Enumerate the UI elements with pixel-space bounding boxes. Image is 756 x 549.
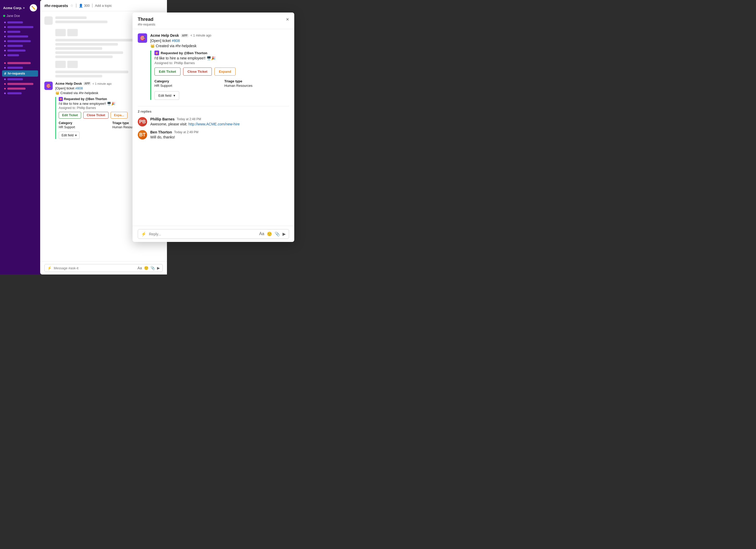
star-icon[interactable]: ☆ xyxy=(70,3,74,8)
thread-reply-input[interactable] xyxy=(149,232,256,236)
sidebar-item-bottom-1[interactable] xyxy=(2,61,38,65)
sidebar-workspace[interactable]: Acme Corp. ▾ xyxy=(3,6,25,10)
sidebar-item-4[interactable] xyxy=(2,34,38,39)
message-input[interactable] xyxy=(54,266,135,270)
thread-panel: Thread #hr-requests × 🎯 Acme Help Desk A… xyxy=(133,13,294,242)
send-icon[interactable]: ▶ xyxy=(157,266,160,270)
reply-2-text: Will do, thanks! xyxy=(150,135,199,139)
thread-expand-button[interactable]: Expand xyxy=(214,68,236,76)
thread-reply-wrapper: ⚡ Aa 🙂 📎 ▶ xyxy=(138,229,289,239)
thread-close-ticket-button[interactable]: Close Ticket xyxy=(183,68,212,76)
thread-category-section: Category HR Support xyxy=(154,79,219,88)
chevron-down-icon: ▾ xyxy=(173,94,175,98)
skeleton-line xyxy=(55,51,123,54)
thread-font-icon[interactable]: Aa xyxy=(259,232,264,237)
reply-1-link[interactable]: http://www.ACME.com/new-hire xyxy=(188,122,240,126)
thread-category-label: Category xyxy=(154,79,219,83)
sidebar-item-label xyxy=(7,83,33,85)
sidebar-item-bottom-3[interactable] xyxy=(2,77,38,81)
channel-hash-icon: # xyxy=(4,71,6,76)
thread-divider xyxy=(138,106,289,106)
edit-field-button[interactable]: Edit field ▾ xyxy=(59,132,80,139)
thread-emoji-icon[interactable]: 🙂 xyxy=(267,232,272,237)
sidebar-item-label xyxy=(7,88,26,90)
reply-avatar-ben: BT xyxy=(138,130,147,140)
sidebar-dot xyxy=(4,36,6,37)
thread-subtitle: #hr-requests xyxy=(138,23,155,26)
skeleton-btn xyxy=(55,29,66,36)
workspace-name: Acme Corp. xyxy=(3,6,22,10)
thread-quote-avatar: 🎯 xyxy=(154,51,159,55)
reply-2-body: Ben Thorton Today at 2:49 PM Will do, th… xyxy=(150,130,199,140)
sidebar-item-1[interactable] xyxy=(2,20,38,25)
user-name: Jane Doe xyxy=(7,14,20,18)
sidebar-item-5[interactable] xyxy=(2,39,38,43)
thread-send-icon[interactable]: ▶ xyxy=(283,232,286,237)
thread-attachment-icon[interactable]: 📎 xyxy=(275,232,280,237)
sidebar-item-bottom-5[interactable] xyxy=(2,87,38,91)
thread-message-time: < 1 minute ago xyxy=(190,34,211,37)
member-count[interactable]: 👤 300 xyxy=(79,4,90,8)
thread-category-value: HR Support xyxy=(154,84,219,88)
reply-1-text: Awesome, please visit: http://www.ACME.c… xyxy=(150,122,240,126)
sidebar-item-hr-requests[interactable]: # hr-requests xyxy=(2,70,38,77)
app-badge: APP xyxy=(83,82,91,85)
sidebar-item-bottom-4[interactable] xyxy=(2,82,38,86)
sidebar-item-2[interactable] xyxy=(2,25,38,29)
reply-1-body: Phillip Barnes Today at 2:48 PM Awesome,… xyxy=(150,117,240,127)
sidebar-item-bottom-6[interactable] xyxy=(2,91,38,95)
sidebar-dot xyxy=(4,83,6,85)
skeleton-btn xyxy=(67,61,78,68)
skeleton-line xyxy=(55,56,113,58)
skeleton-btn xyxy=(55,61,66,68)
thread-close-button[interactable]: × xyxy=(286,17,289,22)
thread-quote: 🎯 Requested by @Ben Thorton I'd like to … xyxy=(150,51,289,100)
skeleton-line xyxy=(55,21,107,23)
ticket-link[interactable]: #808 xyxy=(75,86,83,90)
sidebar-item-3[interactable] xyxy=(2,30,38,34)
sidebar-item-bottom-2[interactable] xyxy=(2,66,38,70)
thread-edit-ticket-button[interactable]: Edit Ticket xyxy=(154,68,181,76)
thread-assigned-to: Assigned to: Phillip Barnes xyxy=(154,61,289,65)
sidebar-item-6[interactable] xyxy=(2,44,38,48)
thread-quote-sender: 🎯 Requested by @Ben Thorton xyxy=(154,51,289,55)
thread-title-group: Thread #hr-requests xyxy=(138,17,155,26)
sidebar-header: Acme Corp. ▾ ✏️ xyxy=(0,3,40,14)
sidebar-item-8[interactable] xyxy=(2,53,38,57)
thread-open-ticket: [Open] ticket #808 xyxy=(150,38,289,44)
reply-2-time: Today at 2:49 PM xyxy=(174,130,198,134)
thread-fields-grid: Category HR Support Triage type Human Re… xyxy=(154,79,289,88)
skeleton-line xyxy=(55,75,102,77)
sidebar-dot xyxy=(4,55,6,56)
sidebar-item-label xyxy=(7,21,23,23)
sidebar-item-7[interactable] xyxy=(2,49,38,53)
channel-header: #hr-requests ☆ | 👤 300 | Add a topic xyxy=(40,0,167,11)
attachment-icon[interactable]: 📎 xyxy=(151,266,155,270)
skeleton-line xyxy=(55,43,118,46)
skeleton-line xyxy=(55,39,134,41)
category-section: Category HR Support xyxy=(59,121,109,129)
replies-label: 2 replies xyxy=(138,110,289,113)
emoji-icon[interactable]: 🙂 xyxy=(144,266,148,270)
sidebar-dot xyxy=(4,40,6,42)
edit-ticket-button[interactable]: Edit Ticket xyxy=(59,112,81,119)
skeleton-line xyxy=(55,71,128,73)
skeleton-line xyxy=(55,16,87,19)
thread-edit-field-button[interactable]: Edit field ▾ xyxy=(154,91,179,100)
message-avatar: 🎯 xyxy=(44,82,53,90)
close-ticket-button[interactable]: Close Ticket xyxy=(83,112,108,119)
sidebar-dot xyxy=(4,31,6,33)
quote-avatar: 🎯 xyxy=(59,97,63,101)
font-icon[interactable]: Aa xyxy=(137,266,142,270)
expand-button[interactable]: Expa... xyxy=(111,112,128,119)
thread-ticket-link[interactable]: #808 xyxy=(172,39,180,43)
thread-message-body: Acme Help Desk APP < 1 minute ago [Open]… xyxy=(150,33,289,102)
add-topic-link[interactable]: Add a topic xyxy=(95,4,112,8)
divider2: | xyxy=(92,3,93,8)
compose-button[interactable]: ✏️ xyxy=(30,4,37,11)
thread-triage-section: Triage type Human Resources xyxy=(224,79,289,88)
skeleton-btn xyxy=(67,29,78,36)
sidebar-dot xyxy=(4,22,6,23)
message-time: < 1 minute ago xyxy=(92,82,111,85)
reply-2-sender: Ben Thorton xyxy=(150,130,172,134)
